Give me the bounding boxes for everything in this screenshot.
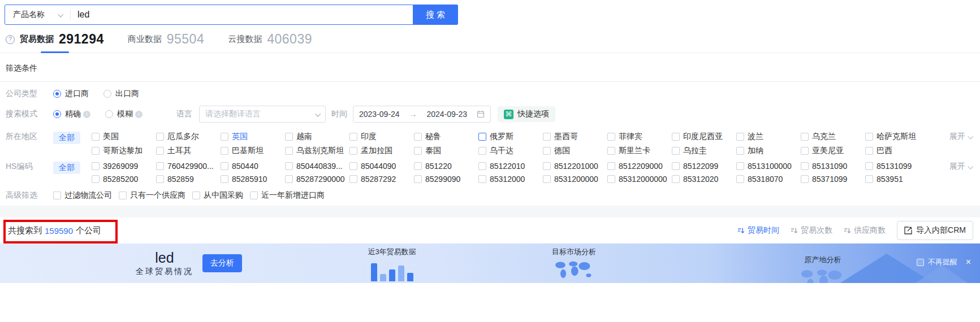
results-count[interactable]: 159590 (45, 226, 73, 236)
region-expand-link[interactable]: 展开 (949, 132, 980, 142)
tab-trade-data[interactable]: ? 贸易数据 291294 (6, 32, 104, 47)
radio-importer[interactable]: 进口商 (53, 89, 89, 99)
hs-code-checkbox[interactable]: 8512209000 (607, 162, 672, 171)
advanced-filter-row: 高级筛选 过滤物流公司 只有一个供应商 从中国采购 (6, 190, 980, 201)
region-checkbox[interactable]: 菲律宾 (607, 132, 672, 142)
analysis-banner: led 全球贸易情况 去分析 近3年贸易数据 目标市场分析 原产地分析 不再提醒… (0, 243, 980, 283)
date-range-picker[interactable]: 2023-09-24 → 2024-09-23 (353, 106, 491, 123)
region-checkbox[interactable]: 斯里兰卡 (607, 146, 672, 156)
checkbox-icon (736, 147, 744, 155)
checkbox-icon (92, 175, 100, 183)
region-checkbox[interactable]: 巴基斯坦 (221, 146, 285, 156)
hs-code-checkbox[interactable]: 85318070 (736, 175, 801, 184)
analyze-button[interactable]: 去分析 (202, 254, 242, 272)
advanced-checkbox[interactable]: 过滤物流公司 (53, 190, 112, 201)
search-mode-label: 搜索模式 (6, 109, 53, 119)
hs-code-checkbox[interactable]: 8512201000 (543, 162, 607, 171)
region-checkbox[interactable]: 加纳 (736, 146, 801, 156)
hs-code-checkbox[interactable]: 85122010 (478, 162, 543, 171)
region-all-chip[interactable]: 全部 (53, 132, 80, 144)
region-checkbox[interactable]: 哈萨克斯坦 (865, 132, 930, 142)
sort-supplier-count[interactable]: 供应商数 (844, 225, 886, 236)
hs-all-chip[interactable]: 全部 (53, 162, 80, 174)
tab-label: 云搜数据 (228, 34, 262, 45)
region-checkbox[interactable]: 墨西哥 (543, 132, 607, 142)
checkbox-icon (672, 147, 680, 155)
checkbox-label: 8513100000 (748, 162, 792, 171)
region-grid-row2: 哥斯达黎加 土耳其 巴基斯坦 乌兹别克斯坦 (92, 146, 930, 156)
hs-code-checkbox[interactable]: 8531200000 (543, 175, 607, 184)
hs-code-checkbox[interactable]: 39269099 (92, 162, 156, 171)
sort-trade-count[interactable]: 贸易次数 (791, 225, 832, 236)
region-checkbox[interactable]: 英国 (221, 132, 285, 142)
hs-code-checkbox[interactable]: 85287292 (349, 175, 414, 184)
region-checkbox[interactable]: 乌兹别克斯坦 (285, 146, 349, 156)
import-crm-button[interactable]: 导入内部CRM (897, 221, 973, 240)
region-checkbox[interactable]: 俄罗斯 (478, 132, 543, 142)
sort-trade-time[interactable]: 贸易时间 (737, 225, 779, 236)
hs-code-checkbox[interactable]: 8513100000 (736, 162, 801, 171)
checkbox-label: 85287292 (361, 175, 396, 184)
hs-code-checkbox[interactable]: 850440839... (285, 162, 349, 171)
language-select[interactable]: 请选择翻译语言 (199, 106, 326, 123)
search-button[interactable]: 搜 索 (413, 5, 458, 25)
banner-section-title: 近3年贸易数据 (355, 247, 429, 257)
region-checkbox[interactable]: 厄瓜多尔 (156, 132, 221, 142)
radio-fuzzy[interactable]: 模糊 i (105, 109, 143, 119)
search-category-dropdown[interactable]: 产品名称 (5, 5, 70, 24)
hs-code-checkbox[interactable]: 852859 (156, 175, 221, 184)
hs-code-checkbox[interactable]: 850440 (221, 162, 285, 171)
tab-cloud-search-data[interactable]: 云搜数据 406039 (228, 32, 312, 47)
region-checkbox[interactable]: 波兰 (736, 132, 801, 142)
hs-code-checkbox[interactable]: 85131099 (865, 162, 930, 171)
hs-code-checkbox[interactable]: 760429900... (156, 162, 221, 171)
region-grid-row1: 美国 厄瓜多尔 英国 越南 (92, 132, 930, 142)
tab-business-data[interactable]: 商业数据 95504 (128, 32, 204, 47)
dismiss-checkbox[interactable] (917, 259, 924, 266)
hs-code-checkbox[interactable]: 85131090 (801, 162, 865, 171)
region-checkbox[interactable]: 土耳其 (156, 146, 221, 156)
region-checkbox[interactable]: 巴西 (865, 146, 930, 156)
checkbox-icon (672, 175, 680, 183)
hs-code-checkbox[interactable]: 85312000 (478, 175, 543, 184)
hs-code-checkbox[interactable]: 85285910 (221, 175, 285, 184)
region-checkbox[interactable]: 越南 (285, 132, 349, 142)
advanced-checkbox[interactable]: 从中国采购 (192, 190, 243, 201)
advanced-checkbox[interactable]: 近一年新增进口商 (250, 190, 325, 201)
region-checkbox[interactable]: 乌拉圭 (672, 146, 736, 156)
region-checkbox[interactable]: 孟加拉国 (349, 146, 414, 156)
region-checkbox[interactable]: 德国 (543, 146, 607, 156)
region-checkbox[interactable]: 亚美尼亚 (801, 146, 865, 156)
advanced-checkbox[interactable]: 只有一个供应商 (119, 190, 185, 201)
tab-count: 406039 (267, 32, 312, 47)
hs-code-checkbox[interactable]: 85299090 (414, 175, 478, 184)
region-checkbox[interactable]: 泰国 (414, 146, 478, 156)
hs-code-checkbox[interactable]: 851220 (414, 162, 478, 171)
checkbox-label: 8531200000 (554, 175, 598, 184)
radio-exporter[interactable]: 出口商 (103, 89, 139, 99)
checkbox-icon (801, 147, 809, 155)
region-checkbox[interactable]: 哥斯达黎加 (92, 146, 156, 156)
hs-code-checkbox[interactable]: 85312000000 (607, 175, 672, 184)
sort-label: 贸易时间 (748, 225, 779, 236)
calendar-icon (477, 110, 485, 118)
hs-code-checkbox[interactable]: 853951 (865, 175, 930, 184)
quick-options-button[interactable]: ⌘ 快捷选项 (498, 106, 555, 122)
close-icon[interactable]: × (966, 257, 971, 267)
hs-code-checkbox[interactable]: 85371099 (801, 175, 865, 184)
region-checkbox[interactable]: 乌克兰 (801, 132, 865, 142)
hs-expand-link[interactable]: 展开 (949, 162, 980, 172)
search-input[interactable] (71, 5, 413, 24)
region-checkbox[interactable]: 秘鲁 (414, 132, 478, 142)
region-checkbox[interactable]: 印度 (349, 132, 414, 142)
hs-code-checkbox[interactable]: 85044090 (349, 162, 414, 171)
hs-code-checkbox[interactable]: 85312020 (672, 175, 736, 184)
checkbox-label: 菲律宾 (619, 132, 642, 142)
hs-code-checkbox[interactable]: 85287290000 (285, 175, 349, 184)
radio-exact[interactable]: 精确 i (53, 109, 90, 119)
region-checkbox[interactable]: 乌干达 (478, 146, 543, 156)
hs-code-checkbox[interactable]: 85285200 (92, 175, 156, 184)
region-checkbox[interactable]: 印度尼西亚 (672, 132, 736, 142)
hs-code-checkbox[interactable]: 85122099 (672, 162, 736, 171)
region-checkbox[interactable]: 美国 (92, 132, 156, 142)
